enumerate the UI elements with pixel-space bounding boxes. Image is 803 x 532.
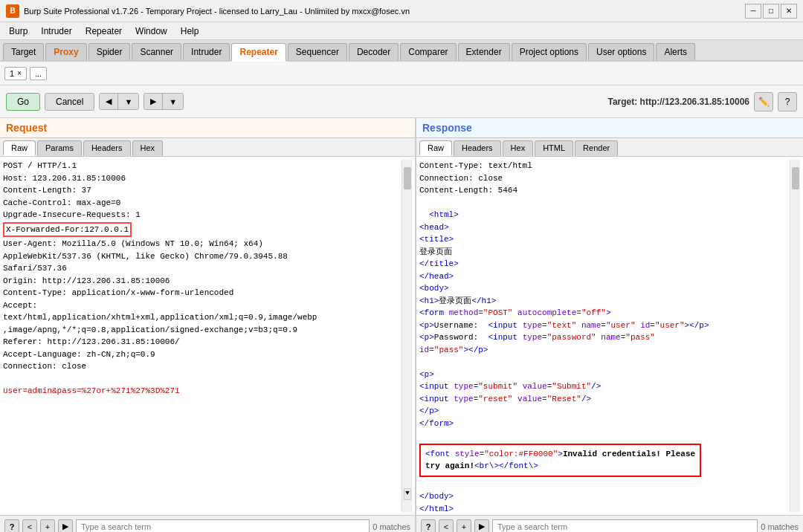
res-search-prev-button[interactable]: < <box>439 519 454 533</box>
response-tab-headers[interactable]: Headers <box>454 140 501 156</box>
help-button[interactable]: ? <box>778 92 797 111</box>
response-panel: Response Raw Headers Hex HTML Render Con… <box>416 118 803 532</box>
tab-1[interactable]: 1 × <box>4 67 27 80</box>
response-content-area[interactable]: Content-Type: text/html Connection: clos… <box>416 157 803 515</box>
res-line-11: <body> <box>419 282 779 295</box>
maximize-button[interactable]: □ <box>763 4 779 19</box>
request-tab-raw[interactable]: Raw <box>3 140 36 156</box>
response-tab-html[interactable]: HTML <box>535 140 573 156</box>
response-section-header: Response <box>416 118 803 138</box>
res-line-1: Content-Type: text/html <box>419 160 779 172</box>
req-search-options-button[interactable]: ▶ <box>58 519 73 533</box>
request-tab-hex[interactable]: Hex <box>132 140 164 156</box>
req-search-next-button[interactable]: + <box>40 519 55 533</box>
nav-forward-dropdown[interactable]: ▼ <box>163 94 183 109</box>
response-scrollbar[interactable] <box>790 160 800 512</box>
tab-decoder[interactable]: Decoder <box>349 43 399 60</box>
titlebar-left: B Burp Suite Professional v1.7.26 - Temp… <box>6 4 410 18</box>
req-line-2: Host: 123.206.31.85:10006 <box>3 172 391 185</box>
tab-sequencer[interactable]: Sequencer <box>288 43 347 60</box>
close-button[interactable]: ✕ <box>781 4 797 19</box>
res-line-blank4 <box>419 479 779 491</box>
scroll-down-btn[interactable]: ▼ <box>404 488 411 500</box>
menu-burp[interactable]: Burp <box>3 25 33 38</box>
request-title: Request <box>6 122 47 134</box>
res-line-19: <input type="reset" value="Reset"/> <box>419 393 779 406</box>
tab-repeater[interactable]: Repeater <box>231 43 286 62</box>
window-title: Burp Suite Professional v1.7.26 - Tempor… <box>24 7 410 16</box>
request-tab-bar: Raw Params Headers Hex <box>0 138 415 157</box>
res-line-7: <title> <box>419 233 779 246</box>
edit-target-button[interactable]: ✏️ <box>754 92 773 111</box>
res-line-2: Connection: close <box>419 172 779 185</box>
request-scrollbar[interactable]: ▼ <box>402 160 412 512</box>
tab-alerts[interactable]: Alerts <box>656 43 695 60</box>
res-line-html-close: </html> <box>419 503 779 513</box>
res-line-17: <p> <box>419 369 779 381</box>
tab-comparer[interactable]: Comparer <box>400 43 456 60</box>
res-line-10: </head> <box>419 270 779 283</box>
response-tab-bar: Raw Headers Hex HTML Render <box>416 138 803 157</box>
request-scrollbar-thumb <box>404 167 411 189</box>
nav-back-group: ◀ ▼ <box>99 93 139 110</box>
response-tab-raw[interactable]: Raw <box>419 140 452 156</box>
titlebar: B Burp Suite Professional v1.7.26 - Temp… <box>0 0 803 22</box>
minimize-button[interactable]: ─ <box>745 4 761 19</box>
res-search-next-button[interactable]: + <box>457 519 471 533</box>
res-line-blank1 <box>419 197 779 210</box>
window-controls[interactable]: ─ □ ✕ <box>745 4 797 19</box>
req-line-14: ,image/apng,*/*;q=0.8,application/signed… <box>3 324 391 337</box>
menu-intruder[interactable]: Intruder <box>35 25 77 38</box>
tab-target[interactable]: Target <box>3 43 44 60</box>
res-search-options-button[interactable]: ▶ <box>474 519 489 533</box>
response-search-input[interactable] <box>492 519 758 533</box>
go-button[interactable]: Go <box>6 93 40 111</box>
nav-forward-button[interactable]: ▶ <box>144 94 162 109</box>
toolbar: Go Cancel ◀ ▼ ▶ ▼ Target: http://123.206… <box>0 85 803 118</box>
req-search-matches: 0 matches <box>373 522 410 531</box>
main-content: Request Raw Params Headers Hex POST / HT… <box>0 118 803 532</box>
res-highlight-line2: try again!<br\></font\> <box>425 460 695 473</box>
req-line-3: Content-Length: 37 <box>3 184 391 197</box>
nav-back-dropdown[interactable]: ▼ <box>118 94 138 109</box>
res-line-20: </p> <box>419 405 779 418</box>
request-tab-headers[interactable]: Headers <box>83 140 131 156</box>
request-content-area[interactable]: POST / HTTP/1.1 Host: 123.206.31.85:1000… <box>0 157 415 515</box>
menu-window[interactable]: Window <box>129 25 173 38</box>
res-line-8: 登录页面 <box>419 246 779 259</box>
nav-forward-group: ▶ ▼ <box>143 93 184 110</box>
tab-scanner[interactable]: Scanner <box>132 43 181 60</box>
res-line-9: </title> <box>419 258 779 270</box>
tab-intruder[interactable]: Intruder <box>183 43 230 60</box>
tab-1-close[interactable]: × <box>17 69 22 77</box>
res-line-5: <html> <box>419 209 779 221</box>
res-line-14: <p>Username: <input type="text" name="us… <box>419 319 779 332</box>
tab-project-options[interactable]: Project options <box>512 43 587 60</box>
res-highlight-block: <font style="color:#FF0000">Invalid cred… <box>419 444 701 477</box>
res-line-blank3 <box>419 429 779 442</box>
req-search-prev-button[interactable]: < <box>22 519 37 533</box>
tab-proxy[interactable]: Proxy <box>45 43 86 60</box>
res-line-21: </form> <box>419 418 779 430</box>
menu-repeater[interactable]: Repeater <box>80 25 128 38</box>
nav-back-button[interactable]: ◀ <box>100 94 117 109</box>
response-search-bar: ? < + ▶ 0 matches <box>416 515 803 532</box>
response-tab-hex[interactable]: Hex <box>503 140 534 156</box>
tab-more[interactable]: ... <box>30 67 47 80</box>
menu-help[interactable]: Help <box>175 25 205 38</box>
tab-1-label: 1 <box>10 69 14 78</box>
request-search-input[interactable] <box>76 519 370 533</box>
request-tab-params[interactable]: Params <box>37 140 82 156</box>
response-tab-render[interactable]: Render <box>575 140 618 156</box>
res-line-13: <form method="POST" autocomplete="off"> <box>419 307 779 319</box>
res-search-help-button[interactable]: ? <box>421 519 436 533</box>
req-line-15: Referer: http://123.206.31.85:10006/ <box>3 336 391 348</box>
response-text: Content-Type: text/html Connection: clos… <box>419 160 790 512</box>
cancel-button[interactable]: Cancel <box>45 93 94 111</box>
target-label: Target: http://123.206.31.85:10006 <box>607 97 749 107</box>
req-line-17: Connection: close <box>3 360 391 373</box>
req-search-help-button[interactable]: ? <box>4 519 19 533</box>
tab-user-options[interactable]: User options <box>588 43 654 60</box>
tab-extender[interactable]: Extender <box>458 43 510 60</box>
tab-spider[interactable]: Spider <box>88 43 131 60</box>
